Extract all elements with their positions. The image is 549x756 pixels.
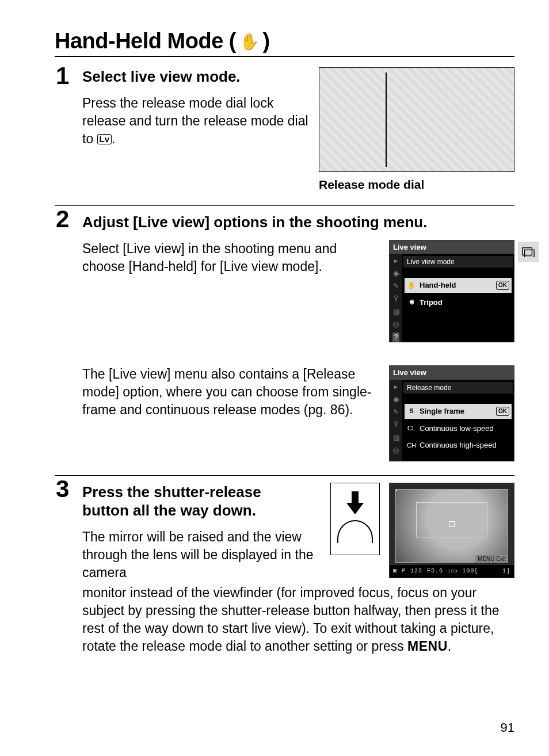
hand-held-icon: ✋ [239,32,260,51]
menu2-row3-label: Continuous high-speed [420,440,497,450]
lv-iso: 100[ [462,568,478,574]
menu2-subtitle: Release mode [403,382,513,394]
svg-rect-1 [525,250,535,257]
menu-word: MENU [407,639,448,654]
step-2-para2: The [Live view] menu also contains a [Re… [82,365,379,419]
page-title: Hand-Held Mode ( ✋ ) [55,29,514,57]
menu1-subtitle: Live view mode [403,256,513,268]
menu2-row2-label: Continuous low-speed [420,423,494,434]
step-2-number: 2 [56,207,69,231]
release-mode-dial-caption: Release mode dial [319,178,514,192]
step-1-number: 1 [56,64,69,88]
hand-outline-icon [337,520,373,543]
ok-badge: OK [496,407,509,416]
menu1-item-handheld: ✋ Hand-held OK [405,278,512,293]
step-3: 3 Press the shutter-release button all t… [55,475,514,655]
menu-screenshot-live-view-mode: Live view ▸◉✎Ÿ▧㊐? Live view mode ✋ Hand-… [389,240,514,343]
step-3-para-b-wrap: monitor instead of the viewfinder (for i… [82,584,514,655]
menu2-title: Live view [390,366,514,380]
title-suffix: ) [262,29,269,54]
step-1: 1 Select live view mode. Press the relea… [55,67,514,192]
step-3-number: 3 [56,477,69,501]
title-prefix: Hand-Held Mode ( [55,29,236,54]
menu2-row3-lead: CH [407,441,416,450]
menu2-sidebar-icons: ▸◉✎Ÿ▧㊐ [390,380,402,461]
step-1-body-b: . [112,131,115,146]
step-2-para1: Select [Live view] in the shooting menu … [82,240,379,276]
menu-exit-badge: MENU Exit [475,555,508,563]
lv-iso-label: ISO [448,568,458,574]
lv-aperture: F5.6 [427,568,443,574]
menu2-row1-label: Single frame [420,406,464,417]
side-tab-icon [518,242,539,262]
svg-marker-2 [346,491,364,514]
lv-end: 1] [502,568,510,574]
menu1-item-tripod-label: Tripod [420,297,443,308]
arrow-down-icon [346,491,364,514]
menu1-title: Live view [390,240,514,254]
lv-mode-p: P [402,568,406,574]
menu1-item-tripod: ✱ Tripod [405,295,512,310]
svg-rect-0 [523,248,532,255]
hand-held-item-icon: ✋ [407,281,416,290]
menu-screenshot-release-mode: Live view ▸◉✎Ÿ▧㊐ Release mode S Single f… [389,365,514,461]
step-1-heading: Select live view mode. [82,67,308,86]
live-view-frame [395,489,508,563]
step-1-body: Press the release mode dial lock release… [82,94,308,148]
menu1-item-handheld-label: Hand-held [420,280,456,291]
menu2-row1-lead: S [407,407,416,415]
live-view-monitor-figure: MENU Exit ◙ P 125 F5.6 ISO 100[ 1] [389,483,514,578]
live-view-info-bar: ◙ P 125 F5.6 ISO 100[ 1] [390,565,514,578]
press-shutter-figure [330,483,380,555]
menu2-item-ch: CH Continuous high-speed [405,438,512,453]
step-3-para-a: The mirror will be raised and the view t… [82,528,320,582]
menu1-sidebar-icons: ▸◉✎Ÿ▧㊐? [390,254,402,342]
menu2-item-cl: CL Continuous low-speed [405,421,512,436]
step-2: 2 Adjust [Live view] options in the shoo… [55,205,514,461]
focus-point-icon [449,521,455,527]
ok-badge: OK [496,281,509,290]
lv-glyph-icon: Lv [97,134,112,145]
step-3-heading: Press the shutter-release button all the… [82,483,289,520]
step-1-body-a: Press the release mode dial lock release… [82,96,308,146]
menu2-item-single: S Single frame OK [405,404,512,419]
step-3-para-c: . [448,639,451,654]
step-2-heading: Adjust [Live view] options in the shooti… [82,213,514,232]
page-number: 91 [501,720,514,735]
menu2-row2-lead: CL [407,424,416,433]
lv-shutter: 125 [410,568,422,574]
lv-icon: ◙ [393,568,397,574]
tripod-item-icon: ✱ [407,298,416,307]
release-mode-dial-figure [319,67,514,172]
